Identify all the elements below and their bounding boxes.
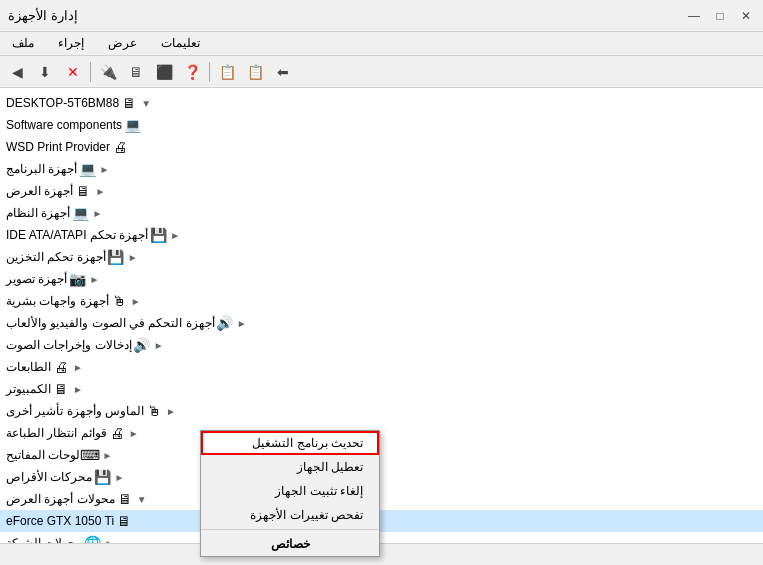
device-icon-printers: 🖨 <box>53 359 69 375</box>
expand-arrow-printers[interactable]: ► <box>71 362 83 373</box>
menu-action[interactable]: إجراء <box>54 34 88 53</box>
context-menu-item-disable[interactable]: تعطيل الجهاز <box>201 455 379 479</box>
toolbar-remove-btn[interactable]: ✕ <box>60 59 86 85</box>
expand-arrow-keyboards[interactable]: ► <box>100 450 112 461</box>
tree-label-queue: قوائم انتظار الطباعة <box>6 426 107 440</box>
device-icon-gpu: 🖥 <box>116 513 132 529</box>
expand-arrow-imaging[interactable]: ► <box>87 274 99 285</box>
menu-file[interactable]: ملف <box>8 34 38 53</box>
maximize-button[interactable]: □ <box>711 7 729 25</box>
toolbar-update-btn[interactable]: ❓ <box>179 59 205 85</box>
device-icon-imaging: 📷 <box>69 271 85 287</box>
expand-arrow-storage[interactable]: ► <box>126 252 138 263</box>
tree-label-software: Software components <box>6 118 122 132</box>
expand-arrow-network[interactable]: ► <box>102 538 114 544</box>
tree-label-programs: أجهزة البرنامج <box>6 162 77 176</box>
device-icon-disks: 💾 <box>94 469 110 485</box>
toolbar-back-btn[interactable]: ⬅ <box>270 59 296 85</box>
tree-label-ide: أجهزة تحكم IDE ATA/ATAPI <box>6 228 148 242</box>
tree-item-desktop[interactable]: ▼🖥DESKTOP-5T6BM88 <box>0 92 763 114</box>
tree-item-gpu[interactable]: 🖥eForce GTX 1050 Ti <box>0 510 763 532</box>
expand-arrow-programs[interactable]: ► <box>97 164 109 175</box>
expand-arrow-hid[interactable]: ► <box>129 296 141 307</box>
toolbar-plug-btn[interactable]: 🔌 <box>95 59 121 85</box>
menu-help[interactable]: تعليمات <box>157 34 204 53</box>
tree-item-software[interactable]: 💻Software components <box>0 114 763 136</box>
toolbar-monitor-btn[interactable]: 🖥 <box>123 59 149 85</box>
toolbar-properties-btn[interactable]: 📋 <box>214 59 240 85</box>
tree-item-disks[interactable]: ►💾محركات الأقراص <box>0 466 763 488</box>
tree-item-ide[interactable]: ►💾أجهزة تحكم IDE ATA/ATAPI <box>0 224 763 246</box>
context-menu-item-uninstall[interactable]: إلغاء تثبيت الجهاز <box>201 479 379 503</box>
tree-item-queue[interactable]: ►🖨قوائم انتظار الطباعة <box>0 422 763 444</box>
tree-label-gpu: eForce GTX 1050 Ti <box>6 514 114 528</box>
toolbar-down-btn[interactable]: ⬇ <box>32 59 58 85</box>
device-icon-storage: 💾 <box>108 249 124 265</box>
device-icon-computer: 🖥 <box>53 381 69 397</box>
tree-label-storage: أجهزة تحكم التخزين <box>6 250 106 264</box>
tree-label-printers: الطابعات <box>6 360 51 374</box>
title-bar: ✕ □ — إدارة الأجهزة <box>0 0 763 32</box>
tree-item-wsd[interactable]: 🖨WSD Print Provider <box>0 136 763 158</box>
menu-bar: تعليمات عرض إجراء ملف <box>0 32 763 56</box>
window-controls: ✕ □ — <box>685 7 755 25</box>
tree-label-computer: الكمبيوتر <box>6 382 51 396</box>
tree-label-system: أجهزة النظام <box>6 206 70 220</box>
tree-item-mouse[interactable]: ►🖱الماوس وأجهزة تأشير أخرى <box>0 400 763 422</box>
expand-arrow-display[interactable]: ► <box>93 186 105 197</box>
toolbar-forward-btn[interactable]: ◀ <box>4 59 30 85</box>
device-icon-display2: 🖥 <box>117 491 133 507</box>
context-menu-item-props[interactable]: خصائص <box>201 532 379 556</box>
tree-label-network: محولات الشبكة <box>6 536 82 543</box>
window-title: إدارة الأجهزة <box>8 8 78 23</box>
expand-arrow-queue[interactable]: ► <box>127 428 139 439</box>
tree-item-display2[interactable]: ▼🖥محولات أجهزة العرض <box>0 488 763 510</box>
device-icon-audiodev: 🔊 <box>134 337 150 353</box>
device-icon-keyboards: ⌨ <box>82 447 98 463</box>
close-button[interactable]: ✕ <box>737 7 755 25</box>
tree-item-network[interactable]: ►🌐محولات الشبكة <box>0 532 763 543</box>
device-icon-wsd: 🖨 <box>112 139 128 155</box>
device-icon-display: 🖥 <box>75 183 91 199</box>
expand-arrow-audio[interactable]: ► <box>235 318 247 329</box>
device-icon-ide: 💾 <box>150 227 166 243</box>
expand-arrow-display2[interactable]: ▼ <box>135 494 147 505</box>
context-menu-item-scan[interactable]: تفحص تغييرات الأجهزة <box>201 503 379 527</box>
device-icon-queue: 🖨 <box>109 425 125 441</box>
toolbar-sep2 <box>90 62 91 82</box>
expand-arrow-audiodev[interactable]: ► <box>152 340 164 351</box>
tree-item-audiodev[interactable]: ►🔊إدخالات وإخراجات الصوت <box>0 334 763 356</box>
tree-label-disks: محركات الأقراص <box>6 470 92 484</box>
expand-arrow-system[interactable]: ► <box>90 208 102 219</box>
tree-label-display2: محولات أجهزة العرض <box>6 492 115 506</box>
expand-arrow-disks[interactable]: ► <box>112 472 124 483</box>
toolbar: ⬅ 📋 📋 ❓ ⬛ 🖥 🔌 ✕ ⬇ ◀ <box>0 56 763 88</box>
tree-item-display[interactable]: ►🖥أجهزة العرض <box>0 180 763 202</box>
expand-arrow-mouse[interactable]: ► <box>164 406 176 417</box>
expand-arrow-ide[interactable]: ► <box>168 230 180 241</box>
minimize-button[interactable]: — <box>685 7 703 25</box>
tree-item-printers[interactable]: ►🖨الطابعات <box>0 356 763 378</box>
toolbar-screen-btn[interactable]: ⬛ <box>151 59 177 85</box>
expand-arrow-computer[interactable]: ► <box>71 384 83 395</box>
tree-item-keyboards[interactable]: ►⌨لوحات المفاتيح <box>0 444 763 466</box>
tree-item-audio[interactable]: ►🔊أجهزة التحكم في الصوت والفيديو والألعا… <box>0 312 763 334</box>
device-tree[interactable]: ▼🖥DESKTOP-5T6BM88💻Software components🖨WS… <box>0 88 763 543</box>
device-icon-software: 💻 <box>124 117 140 133</box>
device-icon-system: 💻 <box>72 205 88 221</box>
tree-label-display: أجهزة العرض <box>6 184 73 198</box>
tree-label-imaging: أجهزة تصوير <box>6 272 67 286</box>
menu-view[interactable]: عرض <box>104 34 141 53</box>
expand-arrow-desktop[interactable]: ▼ <box>139 98 151 109</box>
tree-item-imaging[interactable]: ►📷أجهزة تصوير <box>0 268 763 290</box>
tree-item-hid[interactable]: ►🖱أجهزة واجهات بشرية <box>0 290 763 312</box>
tree-item-storage[interactable]: ►💾أجهزة تحكم التخزين <box>0 246 763 268</box>
toolbar-sep1 <box>209 62 210 82</box>
toolbar-help-btn[interactable]: 📋 <box>242 59 268 85</box>
tree-item-system[interactable]: ►💻أجهزة النظام <box>0 202 763 224</box>
tree-item-programs[interactable]: ►💻أجهزة البرنامج <box>0 158 763 180</box>
main-content: ▼🖥DESKTOP-5T6BM88💻Software components🖨WS… <box>0 88 763 543</box>
device-icon-desktop: 🖥 <box>121 95 137 111</box>
context-menu-item-update[interactable]: تحديث برنامج التشغيل <box>201 431 379 455</box>
tree-item-computer[interactable]: ►🖥الكمبيوتر <box>0 378 763 400</box>
